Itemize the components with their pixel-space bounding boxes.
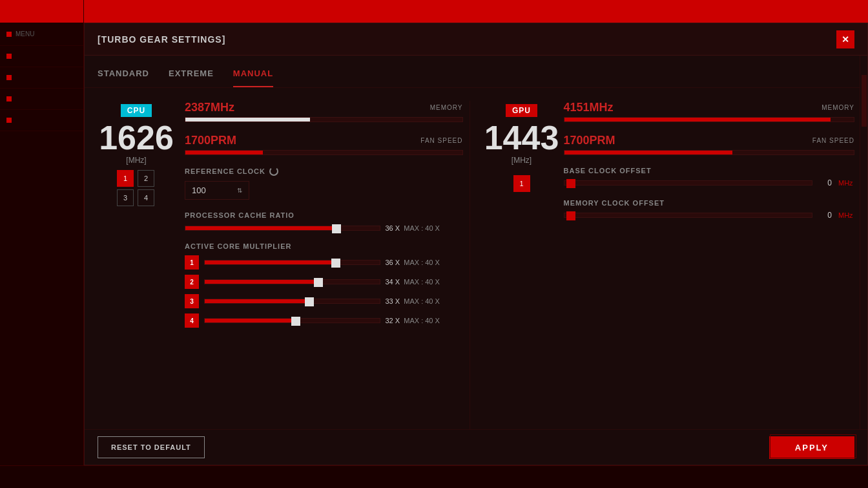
apply-button[interactable]: APPLY: [769, 436, 854, 459]
cpu-fan-label: FAN SPEED: [420, 137, 462, 144]
scrollbar[interactable]: [860, 101, 867, 429]
core-1-slider[interactable]: [204, 260, 380, 265]
dialog-footer: RESET TO DEFAULT APPLY: [85, 429, 867, 465]
close-button[interactable]: ✕: [836, 30, 854, 48]
reference-clock-label: REFERENCE CLOCK: [185, 167, 463, 176]
scrollbar-thumb[interactable]: [862, 101, 867, 127]
turbo-gear-dialog: [TURBO GEAR SETTINGS] ✕ STANDARD EXTREME…: [84, 23, 868, 465]
cpu-memory-slider[interactable]: [185, 117, 463, 122]
sidebar-dot-icon: [6, 118, 12, 123]
cpu-memory-slider-fill: [185, 118, 310, 122]
core-3-values: 33 X MAX : 40 X: [386, 297, 463, 305]
tab-standard[interactable]: STANDARD: [98, 69, 149, 87]
dialog-header: [TURBO GEAR SETTINGS] ✕: [85, 23, 867, 56]
sidebar: MENU: [0, 0, 84, 488]
cpu-fan-value: 1700PRM: [185, 134, 236, 147]
active-core-multiplier-label: ACTIVE CORE MULTIPLIER: [185, 242, 463, 250]
core-1-values: 36 X MAX : 40 X: [386, 259, 463, 266]
memory-clock-offset-section: MEMORY CLOCK OFFSET 0 MHz: [564, 199, 855, 220]
base-clock-offset-unit: MHz: [838, 179, 854, 187]
reference-clock-select[interactable]: 100 ⇅: [185, 181, 249, 200]
sidebar-item-3[interactable]: [0, 67, 83, 89]
bottom-bar: [0, 465, 868, 488]
cpu-right-section: 2387MHz MEMORY 1700PRM FAN SPEED: [175, 101, 463, 429]
cpu-memory-value: 2387MHz: [185, 101, 234, 114]
sidebar-top: [0, 0, 83, 23]
memory-clock-offset-label: MEMORY CLOCK OFFSET: [564, 199, 855, 207]
core-multiplier-row-1: 1 36 X MAX : 40 X: [185, 255, 463, 270]
core-2-values: 34 X MAX : 40 X: [386, 278, 463, 286]
core-4-slider[interactable]: [204, 318, 380, 323]
memory-clock-offset-row: 0 MHz: [564, 211, 855, 220]
gpu-fan-setting: 1700PRM FAN SPEED: [564, 134, 855, 155]
cpu-fan-slider-fill: [185, 151, 263, 154]
memory-clock-offset-slider[interactable]: [564, 213, 813, 218]
gpu-badge: GPU: [506, 104, 537, 117]
base-clock-offset-row: 0 MHz: [564, 178, 855, 187]
processor-cache-section: PROCESSOR CACHE RATIO 36 X MAX : 40 X: [185, 211, 463, 232]
cpu-memory-setting: 2387MHz MEMORY: [185, 101, 463, 122]
cpu-core-btn-2[interactable]: 2: [138, 170, 154, 187]
gpu-core-btn-1[interactable]: 1: [513, 175, 530, 192]
cpu-core-btn-1[interactable]: 1: [117, 170, 134, 187]
base-clock-offset-label: BASE CLOCK OFFSET: [564, 167, 855, 175]
gpu-frequency: 1443: [484, 121, 559, 154]
cpu-badge: CPU: [121, 104, 152, 117]
core-num-badge-1: 1: [185, 255, 199, 270]
core-4-values: 32 X MAX : 40 X: [386, 317, 463, 324]
sidebar-dot-icon: [6, 75, 12, 80]
core-multiplier-row-2: 2 34 X MAX : 40 X: [185, 275, 463, 289]
sidebar-dot-icon: [6, 96, 12, 101]
gpu-memory-setting: 4151MHz MEMORY: [564, 101, 855, 122]
core-multiplier-row-3: 3 33 X MAX : 40 X: [185, 294, 463, 308]
base-clock-offset-slider[interactable]: [564, 180, 813, 186]
sidebar-dot-icon: [6, 32, 12, 37]
core-3-slider[interactable]: [204, 299, 380, 304]
cpu-fan-slider[interactable]: [185, 150, 463, 155]
gpu-unit: [MHz]: [512, 156, 532, 165]
memory-clock-offset-value: 0: [819, 211, 832, 220]
tab-extreme[interactable]: EXTREME: [169, 69, 214, 87]
sidebar-item-2[interactable]: [0, 46, 83, 67]
gpu-memory-value: 4151MHz: [564, 101, 614, 114]
cpu-panel: CPU 1626 [MHz] 1 2 3 4 2387MHz MEMORY: [98, 101, 463, 429]
memory-clock-offset-thumb: [566, 211, 575, 220]
active-core-multiplier-section: ACTIVE CORE MULTIPLIER 1 36 X MAX : 40 X…: [185, 242, 463, 328]
tab-manual[interactable]: MANUAL: [233, 69, 273, 87]
gpu-left-section: GPU 1443 [MHz] 1: [490, 101, 554, 429]
reset-button[interactable]: RESET TO DEFAULT: [98, 436, 205, 458]
core-multiplier-row-4: 4 32 X MAX : 40 X: [185, 313, 463, 328]
cpu-unit: [MHz]: [126, 156, 146, 165]
cpu-core-btn-4[interactable]: 4: [138, 189, 154, 206]
processor-cache-value: 36 X MAX : 40 X: [386, 224, 463, 232]
power-icon: [269, 167, 278, 176]
gpu-fan-value: 1700PRM: [564, 134, 615, 147]
panel-divider: [470, 101, 470, 429]
processor-cache-thumb: [332, 224, 341, 233]
dialog-title: [TURBO GEAR SETTINGS]: [98, 34, 225, 45]
gpu-memory-slider-fill: [564, 118, 831, 122]
gpu-memory-slider[interactable]: [564, 117, 855, 122]
sidebar-item-5[interactable]: [0, 110, 83, 131]
cpu-frequency: 1626: [99, 121, 174, 154]
sidebar-item-1[interactable]: MENU: [0, 23, 83, 46]
gpu-fan-label: FAN SPEED: [812, 137, 854, 144]
core-num-badge-3: 3: [185, 294, 199, 308]
sidebar-dot-icon: [6, 54, 12, 59]
cpu-core-btn-3[interactable]: 3: [117, 189, 134, 206]
sidebar-item-4[interactable]: [0, 89, 83, 110]
select-arrow-icon: ⇅: [237, 187, 242, 194]
gpu-fan-slider-fill: [564, 151, 732, 154]
processor-cache-slider[interactable]: [185, 226, 380, 231]
gpu-fan-slider[interactable]: [564, 150, 855, 155]
gpu-right-section: 4151MHz MEMORY 1700PRM FAN SPEED: [554, 101, 855, 429]
cpu-memory-label: MEMORY: [430, 104, 463, 111]
base-clock-offset-section: BASE CLOCK OFFSET 0 MHz: [564, 167, 855, 187]
reference-clock-section: REFERENCE CLOCK 100 ⇅: [185, 167, 463, 200]
processor-cache-fill: [185, 226, 336, 230]
cpu-core-buttons: 1 2 3 4: [117, 170, 156, 206]
core-2-slider[interactable]: [204, 279, 380, 284]
tabs-container: STANDARD EXTREME MANUAL: [85, 56, 867, 88]
cpu-left-section: CPU 1626 [MHz] 1 2 3 4: [98, 101, 175, 429]
core-num-badge-2: 2: [185, 275, 199, 289]
